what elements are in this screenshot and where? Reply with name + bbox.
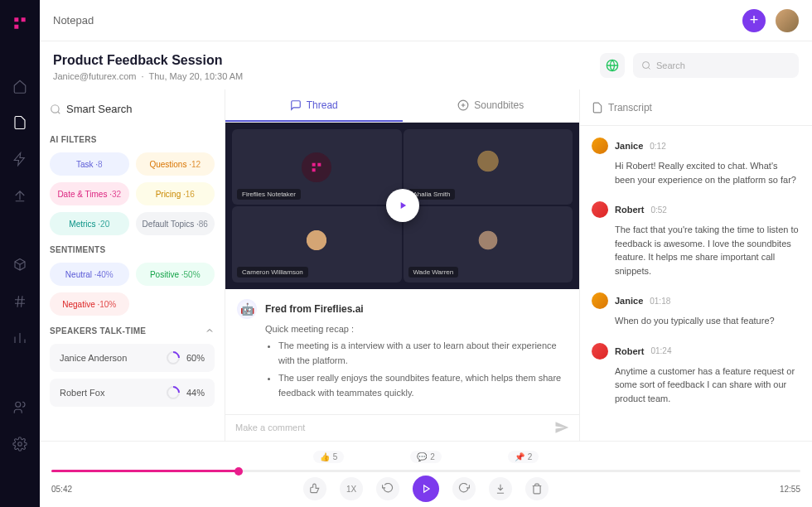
forward-15-button[interactable] [452, 477, 476, 500]
reactions: 👍 5 💬 2 📌 2 [51, 447, 800, 466]
svg-point-3 [643, 62, 650, 69]
thumbs-button[interactable] [303, 477, 326, 500]
nav-team[interactable] [5, 393, 35, 422]
share-button[interactable] [600, 53, 625, 78]
chevron-up-icon[interactable] [205, 326, 215, 336]
transcript-panel: Transcript Janice0:12Hi Robert! Really e… [580, 89, 812, 441]
video-tile: Cameron Williamson [232, 206, 402, 282]
transcript-label: Transcript [580, 89, 812, 126]
header: Product Feedback Session Janice@futurex.… [40, 41, 812, 89]
svg-point-0 [16, 402, 21, 407]
transcript-msg[interactable]: Janice01:18When do you typically use tha… [592, 292, 800, 328]
filters-label: AI FILTERS [50, 135, 215, 144]
nav-upload[interactable] [5, 181, 35, 210]
play-pause-button[interactable] [413, 476, 439, 502]
speaker-row[interactable]: Janice Anderson60% [50, 344, 215, 372]
transcript-msg[interactable]: Robert0:52The fact that you're taking th… [592, 201, 800, 278]
page-title: Product Feedback Session [53, 53, 600, 68]
tabs: Thread Soundbites [225, 89, 579, 123]
filter-pill[interactable]: Date & Times · 32 [50, 182, 129, 205]
user-avatar[interactable] [776, 9, 799, 32]
nav-activity[interactable] [5, 144, 35, 174]
search-input[interactable]: Search [633, 53, 799, 78]
speaker-avatar [592, 201, 608, 218]
nav-analytics[interactable] [5, 323, 35, 353]
recap-bullet: The meeting is a interview with a user t… [278, 339, 568, 368]
content: Smart Search AI FILTERS Task · 8Question… [40, 89, 812, 441]
add-button[interactable]: + [742, 9, 766, 32]
nav-integrations[interactable] [5, 250, 35, 280]
speaker-avatar [592, 343, 608, 360]
svg-point-4 [51, 104, 59, 112]
comment-count[interactable]: 💬 2 [410, 451, 442, 463]
app-logo [12, 15, 28, 31]
left-nav [0, 0, 40, 507]
like-count[interactable]: 👍 5 [313, 451, 345, 463]
filter-pill[interactable]: Default Topics · 86 [136, 212, 215, 235]
video-tile: Ahalia Smith [404, 129, 573, 205]
time-total: 12:55 [780, 485, 800, 494]
transcript-msg[interactable]: Janice0:12Hi Robert! Really excited to c… [592, 138, 800, 186]
tab-soundbites[interactable]: Soundbites [403, 89, 580, 122]
transcript-msg[interactable]: Robert01:24Anytime a customer has a feat… [592, 343, 800, 406]
comment-input[interactable]: Make a comment [225, 414, 579, 442]
filter-pill[interactable]: Metrics · 20 [50, 212, 129, 235]
send-icon[interactable] [554, 420, 569, 435]
main: Notepad + Product Feedback Session Janic… [40, 0, 812, 507]
video-grid: Fireflies Notetaker Ahalia Smith Cameron… [225, 123, 579, 289]
smart-search[interactable]: Smart Search [50, 99, 215, 125]
rewind-15-button[interactable] [376, 477, 399, 500]
nav-documents[interactable] [5, 108, 35, 138]
nav-home[interactable] [5, 71, 35, 101]
svg-point-1 [18, 442, 22, 447]
pin-count[interactable]: 📌 2 [508, 451, 539, 463]
speakers-label: SPEAKERS TALK-TIME [50, 326, 215, 336]
nav-settings[interactable] [5, 429, 35, 459]
center-panel: Thread Soundbites Fireflies Notetaker Ah… [225, 89, 580, 441]
recap-bullet: The user really enjoys the soundbites fe… [278, 371, 568, 400]
play-button[interactable] [386, 189, 419, 222]
filter-pill[interactable]: Positive · 50% [136, 263, 215, 286]
filter-pill[interactable]: Neutral · 40% [50, 263, 129, 286]
page-meta: Janice@futurex.com · Thu, May 20, 10:30 … [53, 71, 600, 81]
tab-thread[interactable]: Thread [225, 89, 403, 122]
video-tile: Fireflies Notetaker [232, 129, 402, 205]
topbar: Notepad + [40, 0, 812, 41]
delete-button[interactable] [525, 477, 549, 500]
app-title: Notepad [53, 14, 94, 27]
sentiments-label: SENTIMENTS [50, 245, 215, 254]
bot-avatar: 🤖 [237, 299, 257, 319]
time-current: 05:42 [51, 485, 72, 494]
fireflies-logo-icon [302, 152, 331, 182]
speaker-row[interactable]: Robert Fox44% [50, 379, 215, 407]
speed-button[interactable]: 1X [340, 477, 363, 500]
recap: 🤖 Fred from Fireflies.ai Quick meeting r… [225, 289, 579, 413]
filter-pill[interactable]: Questions · 12 [136, 152, 215, 176]
download-button[interactable] [489, 477, 512, 500]
speaker-avatar [592, 292, 608, 309]
video-tile: Wade Warren [404, 206, 573, 282]
filter-pill[interactable]: Task · 8 [50, 152, 129, 176]
nav-topics[interactable] [5, 287, 35, 316]
filter-pill[interactable]: Negative · 10% [50, 292, 129, 316]
progress-bar[interactable] [51, 470, 800, 472]
sidebar: Smart Search AI FILTERS Task · 8Question… [40, 89, 225, 441]
footer: 👍 5 💬 2 📌 2 05:42 1X 12:55 [40, 441, 812, 507]
filter-pill[interactable]: Pricing · 16 [136, 182, 215, 205]
speaker-avatar [592, 138, 608, 154]
